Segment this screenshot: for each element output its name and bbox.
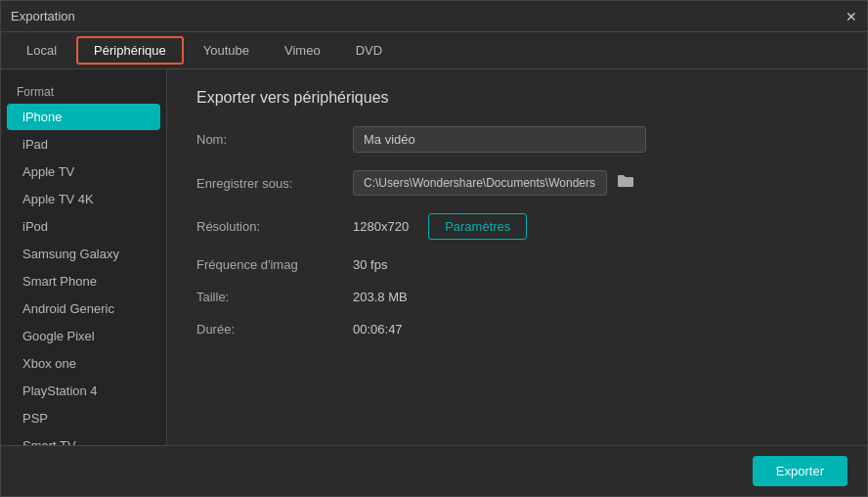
framerate-row: Fréquence d'imag 30 fps — [196, 257, 838, 272]
resolution-row: Résolution: 1280x720 Paramètres — [196, 213, 838, 240]
params-button[interactable]: Paramètres — [428, 213, 527, 240]
window-title: Exportation — [11, 9, 75, 23]
folder-button[interactable] — [613, 171, 638, 195]
main-panel: Exporter vers périphériques Nom: Enregis… — [167, 69, 867, 445]
content-area: Format iPhone iPad Apple TV Apple TV 4K … — [1, 69, 867, 445]
tab-peripherique[interactable]: Périphérique — [76, 36, 184, 65]
tab-bar: Local Périphérique Youtube Vimeo DVD — [1, 32, 867, 69]
sidebar-item-samsung[interactable]: Samsung Galaxy — [7, 241, 160, 267]
tab-vimeo[interactable]: Vimeo — [269, 38, 336, 63]
size-row: Taille: 203.8 MB — [196, 290, 838, 304]
save-row: Enregistrer sous: — [196, 170, 838, 196]
sidebar-item-ps4[interactable]: PlayStation 4 — [7, 378, 160, 404]
footer: Exporter — [1, 445, 867, 496]
name-label: Nom: — [196, 132, 353, 147]
duration-row: Durée: 00:06:47 — [196, 322, 838, 337]
duration-label: Durée: — [196, 322, 353, 337]
framerate-value: 30 fps — [353, 257, 387, 272]
sidebar-item-android[interactable]: Android Generic — [7, 295, 160, 322]
tab-local[interactable]: Local — [11, 38, 72, 63]
exportation-window: Exportation ✕ Local Périphérique Youtube… — [0, 0, 868, 497]
path-row — [353, 170, 638, 196]
sidebar-item-psp[interactable]: PSP — [7, 405, 160, 431]
sidebar-item-iphone[interactable]: iPhone — [7, 104, 160, 130]
size-value: 203.8 MB — [353, 290, 408, 304]
sidebar-item-ipad[interactable]: iPad — [7, 131, 160, 158]
sidebar-section-title: Format — [1, 79, 166, 103]
sidebar-item-ipod[interactable]: iPod — [7, 213, 160, 240]
sidebar-item-smarttv[interactable]: Smart TV — [7, 432, 160, 445]
export-button[interactable]: Exporter — [753, 456, 847, 486]
sidebar-item-appletv4k[interactable]: Apple TV 4K — [7, 186, 160, 212]
framerate-label: Fréquence d'imag — [196, 257, 353, 272]
tab-youtube[interactable]: Youtube — [188, 38, 265, 63]
name-input[interactable] — [353, 126, 646, 153]
sidebar-item-googlepixel[interactable]: Google Pixel — [7, 323, 160, 349]
path-input[interactable] — [353, 170, 607, 196]
sidebar-item-smartphone[interactable]: Smart Phone — [7, 268, 160, 294]
resolution-value: 1280x720 — [353, 219, 409, 234]
title-bar: Exportation ✕ — [1, 1, 867, 32]
page-title: Exporter vers périphériques — [196, 89, 838, 107]
sidebar: Format iPhone iPad Apple TV Apple TV 4K … — [1, 69, 167, 445]
name-row: Nom: — [196, 126, 838, 153]
resolution-label: Résolution: — [196, 219, 353, 234]
sidebar-item-appletv[interactable]: Apple TV — [7, 158, 160, 185]
size-label: Taille: — [196, 290, 353, 304]
close-button[interactable]: ✕ — [846, 9, 857, 24]
save-label: Enregistrer sous: — [196, 176, 353, 191]
duration-value: 00:06:47 — [353, 322, 403, 337]
tab-dvd[interactable]: DVD — [340, 38, 398, 63]
sidebar-item-xboxone[interactable]: Xbox one — [7, 350, 160, 377]
